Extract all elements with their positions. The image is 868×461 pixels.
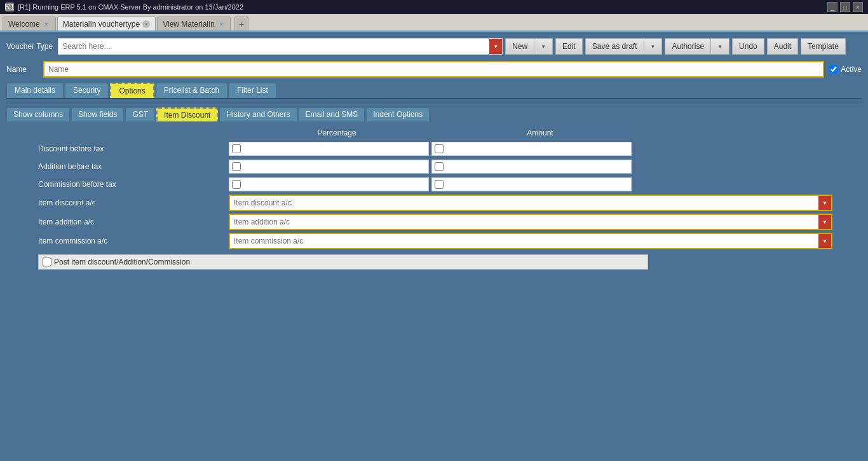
discount-before-tax-label: Discount before tax: [6, 144, 229, 153]
voucher-type-dropdown-btn[interactable]: ▼: [489, 39, 502, 54]
tab-pricelist-batch[interactable]: Pricelist & Batch: [156, 83, 227, 98]
item-commission-ac-input[interactable]: [230, 234, 818, 248]
edit-button[interactable]: Edit: [555, 38, 583, 55]
form-area: Percentage Amount Discount before tax Ad…: [6, 122, 862, 276]
commission-before-tax-label: Commission before tax: [6, 180, 229, 189]
name-input[interactable]: [43, 61, 824, 78]
addition-before-tax-fields: [229, 160, 862, 174]
item-discount-ac-combo[interactable]: ▼: [229, 195, 832, 211]
voucher-type-label: Voucher Type: [6, 42, 53, 51]
new-button[interactable]: New: [505, 38, 534, 55]
sub-tabs-row: Show columns Show fields GST Item Discou…: [6, 105, 862, 122]
main-tabs-row: Main details Security Options Pricelist …: [6, 83, 862, 99]
item-discount-ac-label: Item discount a/c: [6, 198, 229, 207]
commission-before-tax-fields: [229, 177, 862, 191]
tab-welcome-label: Welcome: [8, 20, 40, 29]
sub-tab-history-others[interactable]: History and Others: [219, 107, 297, 121]
sub-tab-show-fields[interactable]: Show fields: [71, 107, 124, 121]
sub-tab-indent-options[interactable]: Indent Options: [366, 107, 430, 121]
tab-welcome[interactable]: Welcome ×: [3, 17, 56, 31]
save-as-draft-dropdown[interactable]: ▼: [644, 38, 663, 55]
new-dropdown-btn[interactable]: ▼: [534, 38, 553, 55]
post-checkbox-container: Post item discount/Addition/Commission: [38, 254, 648, 270]
item-discount-ac-input[interactable]: [230, 196, 818, 210]
post-row: Post item discount/Addition/Commission: [38, 254, 862, 270]
active-checkbox-container: Active: [829, 65, 862, 74]
commission-before-tax-row: Commission before tax: [6, 177, 862, 192]
addition-before-tax-amount-checkbox[interactable]: [435, 162, 444, 171]
item-addition-ac-input[interactable]: [230, 215, 818, 229]
tab-materialin-vouchertype[interactable]: MaterialIn vouchertype ×: [57, 17, 156, 31]
commission-before-tax-amount: [431, 177, 632, 191]
authorise-button[interactable]: Authorise: [665, 38, 710, 55]
sub-tab-email-sms[interactable]: Email and SMS: [299, 107, 365, 121]
active-label: Active: [841, 65, 862, 74]
voucher-type-search[interactable]: ▼: [58, 38, 503, 55]
name-label: Name: [6, 65, 38, 74]
audit-button[interactable]: Audit: [767, 38, 798, 55]
main-tabs-container: Main details Security Options Pricelist …: [6, 83, 862, 99]
sub-tab-item-discount[interactable]: Item Discount: [156, 107, 218, 121]
addition-before-tax-percentage: [229, 160, 429, 174]
post-checkbox-label: Post item discount/Addition/Commission: [54, 258, 190, 266]
item-addition-ac-dropdown-btn[interactable]: ▼: [818, 215, 831, 229]
item-commission-ac-row: Item commission a/c ▼: [6, 233, 862, 249]
discount-before-tax-amount: [431, 142, 632, 156]
title-bar: R1 [R1] Running ERP 5.1 on CMAX Server B…: [0, 0, 868, 14]
addition-before-tax-percentage-checkbox[interactable]: [232, 162, 241, 171]
main-content: Voucher Type ▼ New ▼ Edit Save as draft …: [0, 32, 868, 282]
title-bar-title: [R1] Running ERP 5.1 on CMAX Server By a…: [18, 3, 243, 11]
window-controls: _ □ ×: [827, 2, 863, 12]
discount-before-tax-percentage: [229, 142, 429, 156]
name-row: Name Active: [6, 61, 862, 78]
addition-before-tax-amount: [431, 160, 632, 174]
col-headers: Percentage Amount: [6, 128, 862, 137]
commission-before-tax-amount-checkbox[interactable]: [435, 180, 444, 189]
tab-materialin-vouchertype-label: MaterialIn vouchertype: [63, 20, 140, 29]
discount-before-tax-percentage-checkbox[interactable]: [232, 144, 241, 153]
col-header-amount: Amount: [438, 128, 642, 137]
tab-view-materialin-close[interactable]: ×: [217, 20, 225, 28]
undo-button[interactable]: Undo: [732, 38, 764, 55]
tab-options[interactable]: Options: [110, 83, 154, 98]
discount-before-tax-fields: [229, 142, 862, 156]
template-button[interactable]: Template: [801, 38, 846, 55]
tab-view-materialin-label: View MaterialIn: [163, 20, 215, 29]
addition-before-tax-label: Addition before tax: [6, 162, 229, 171]
tab-security[interactable]: Security: [65, 83, 109, 98]
commission-before-tax-percentage: [229, 177, 429, 191]
commission-before-tax-percentage-checkbox[interactable]: [232, 180, 241, 189]
minimize-button[interactable]: _: [827, 2, 837, 12]
tab-bar: Welcome × MaterialIn vouchertype × View …: [0, 14, 868, 32]
tab-view-materialin[interactable]: View MaterialIn ×: [157, 17, 231, 31]
tab-filter-list[interactable]: Filter List: [229, 83, 276, 98]
item-discount-ac-dropdown-btn[interactable]: ▼: [818, 196, 831, 210]
post-checkbox[interactable]: [43, 258, 51, 266]
item-discount-ac-row: Item discount a/c ▼: [6, 195, 862, 211]
item-commission-ac-combo[interactable]: ▼: [229, 233, 832, 249]
save-as-draft-button[interactable]: Save as draft: [585, 38, 644, 55]
item-addition-ac-label: Item addition a/c: [6, 217, 229, 226]
item-addition-ac-combo[interactable]: ▼: [229, 214, 832, 230]
item-commission-ac-label: Item commission a/c: [6, 237, 229, 245]
app-icon: R1: [5, 3, 14, 11]
sub-tab-gst[interactable]: GST: [125, 107, 155, 121]
authorise-group: Authorise ▼: [665, 38, 729, 55]
tab-add-button[interactable]: +: [234, 17, 248, 31]
close-button[interactable]: ×: [853, 2, 863, 12]
item-addition-ac-row: Item addition a/c ▼: [6, 214, 862, 230]
col-header-percentage: Percentage: [235, 128, 438, 137]
item-commission-ac-dropdown-btn[interactable]: ▼: [818, 234, 831, 248]
active-checkbox[interactable]: [829, 65, 838, 74]
voucher-type-input[interactable]: [58, 39, 489, 54]
new-button-group: New ▼: [505, 38, 553, 55]
tab-materialin-vouchertype-close[interactable]: ×: [142, 20, 150, 28]
maximize-button[interactable]: □: [840, 2, 850, 12]
addition-before-tax-row: Addition before tax: [6, 159, 862, 174]
tab-welcome-close[interactable]: ×: [43, 20, 50, 28]
tab-main-details[interactable]: Main details: [6, 83, 64, 98]
discount-before-tax-amount-checkbox[interactable]: [435, 144, 444, 153]
sub-tab-show-columns[interactable]: Show columns: [6, 107, 70, 121]
discount-before-tax-row: Discount before tax: [6, 141, 862, 156]
authorise-dropdown[interactable]: ▼: [710, 38, 729, 55]
